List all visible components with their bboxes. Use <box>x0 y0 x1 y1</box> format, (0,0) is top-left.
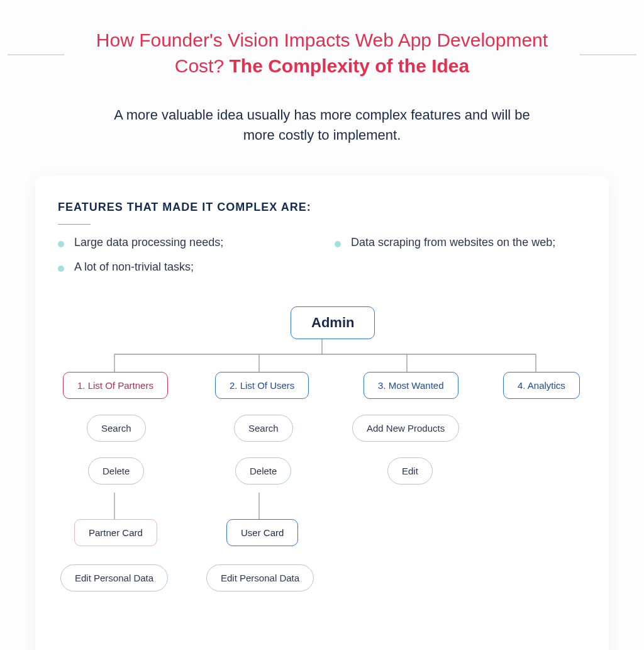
node-admin: Admin <box>291 306 375 339</box>
feature-text: Data scraping from websites on the web; <box>351 236 555 249</box>
sitemap-diagram: Admin 1. List Of Partners Search Delete … <box>58 304 586 637</box>
node-most-wanted: 3. Most Wanted <box>364 372 458 399</box>
node-partners-search: Search <box>87 415 146 442</box>
node-partners-delete: Delete <box>88 457 144 485</box>
bullet-dot-icon <box>58 241 64 247</box>
feature-item: A lot of non-trivial tasks; <box>58 261 309 274</box>
node-list-of-users: 2. List Of Users <box>215 372 309 399</box>
feature-item: Large data processing needs; <box>58 236 309 249</box>
feature-item: Data scraping from websites on the web; <box>335 236 586 249</box>
bullet-dot-icon <box>58 266 64 272</box>
node-users-delete: Delete <box>235 457 291 485</box>
node-user-card: User Card <box>226 519 298 546</box>
card-heading-underline <box>58 224 91 225</box>
node-partners-edit-personal-data: Edit Personal Data <box>60 564 168 591</box>
features-card: FEATURES THAT MADE IT COMPLEX ARE: Large… <box>35 176 609 650</box>
node-users-search: Search <box>234 415 293 442</box>
page-title: How Founder's Vision Impacts Web App Dev… <box>77 28 567 79</box>
feature-columns: Large data processing needs; A lot of no… <box>58 236 586 285</box>
node-list-of-partners: 1. List Of Partners <box>63 372 168 399</box>
feature-text: A lot of non-trivial tasks; <box>74 261 194 274</box>
title-bold: The Complexity of the Idea <box>229 55 469 76</box>
node-partner-card: Partner Card <box>74 519 157 546</box>
card-heading: FEATURES THAT MADE IT COMPLEX ARE: <box>58 201 586 214</box>
node-most-wanted-edit: Edit <box>387 457 433 485</box>
feature-text: Large data processing needs; <box>74 236 223 249</box>
node-add-new-products: Add New Products <box>352 415 459 442</box>
page-subtitle: A more valuable idea usually has more co… <box>102 105 542 145</box>
node-users-edit-personal-data: Edit Personal Data <box>206 564 314 591</box>
node-analytics: 4. Analytics <box>503 372 580 399</box>
bullet-dot-icon <box>335 241 341 247</box>
